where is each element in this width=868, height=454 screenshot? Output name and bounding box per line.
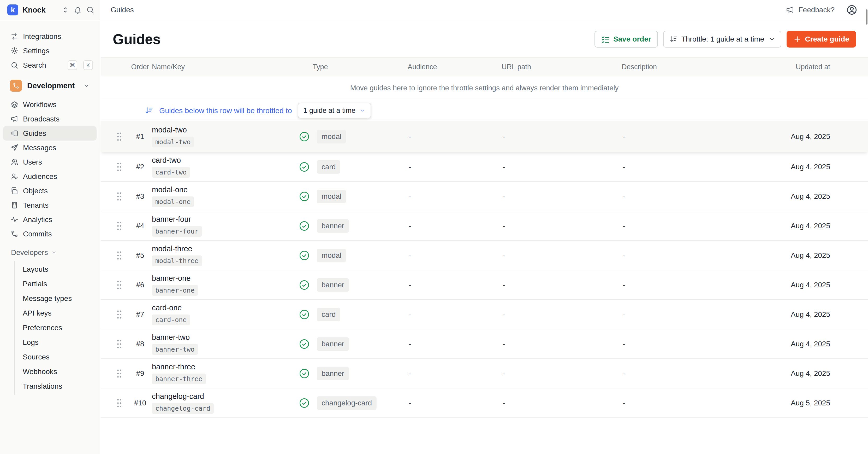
guide-type-cell: modal xyxy=(296,130,402,143)
sidebar-item[interactable]: Objects xyxy=(3,183,97,198)
guide-type-badge: banner xyxy=(317,367,349,380)
sidebar-item-label: Integrations xyxy=(23,32,61,41)
guide-name-cell: card-two card-two xyxy=(152,156,296,178)
guide-name[interactable]: modal-two xyxy=(152,126,187,134)
main-content: Guides Save order Throttle: 1 guide at a… xyxy=(101,21,868,454)
sidebar-item-search[interactable]: Search ⌘ K xyxy=(3,58,97,73)
search-icon[interactable] xyxy=(86,6,94,14)
guide-name[interactable]: changelog-card xyxy=(152,392,204,401)
guide-audience: - xyxy=(402,340,496,348)
breadcrumb[interactable]: Guides xyxy=(111,6,134,14)
guide-updated-at: Aug 4, 2025 xyxy=(737,281,868,289)
top-bar-right: Guides Feedback? xyxy=(100,0,868,20)
sidebar-subitem[interactable]: Layouts xyxy=(15,262,100,277)
guide-name[interactable]: card-one xyxy=(152,304,182,312)
drag-handle-icon[interactable] xyxy=(115,162,124,172)
environment-nav: Workflows Broadcasts Guides Messages Use… xyxy=(0,97,100,241)
guide-row[interactable]: #1 modal-two modal-two modal - - - Aug 4… xyxy=(101,121,868,152)
guide-row[interactable]: #8 banner-two banner-two banner - - - Au… xyxy=(101,330,868,359)
column-header-url-path: URL path xyxy=(496,63,616,71)
sidebar-item-settings[interactable]: Settings xyxy=(3,44,97,58)
checklist-icon xyxy=(601,35,610,44)
sidebar-item[interactable]: Messages xyxy=(3,141,97,155)
drag-handle-icon[interactable] xyxy=(115,309,124,320)
status-check-circle-icon xyxy=(299,161,310,173)
feedback-label: Feedback? xyxy=(798,6,835,14)
guide-key-badge: modal-one xyxy=(152,196,194,207)
drag-handle-icon[interactable] xyxy=(115,250,124,261)
drag-handle-icon[interactable] xyxy=(115,280,124,290)
drag-handle-icon[interactable] xyxy=(115,398,124,408)
guide-type-badge: modal xyxy=(317,130,346,143)
sidebar-item[interactable]: Audiences xyxy=(3,169,97,183)
column-header-name-key: Name/Key xyxy=(152,63,296,71)
environment-switcher[interactable]: Development xyxy=(3,78,97,94)
sidebar-subitem[interactable]: API keys xyxy=(15,306,100,320)
sidebar-item-label: Guides xyxy=(23,129,46,138)
scrollbar-thumb[interactable] xyxy=(866,9,867,25)
sidebar-subitem[interactable]: Translations xyxy=(15,379,100,394)
sidebar-item[interactable]: Tenants xyxy=(3,198,97,212)
sidebar-item[interactable]: Broadcasts xyxy=(3,112,97,126)
drag-handle-icon[interactable] xyxy=(115,132,124,142)
guide-name[interactable]: banner-three xyxy=(152,363,195,371)
developers-group-toggle[interactable]: Developers xyxy=(0,246,100,259)
guide-audience: - xyxy=(402,192,496,201)
guide-row[interactable]: #4 banner-four banner-four banner - - - … xyxy=(101,211,868,241)
guide-name[interactable]: banner-two xyxy=(152,333,190,342)
guide-row[interactable]: #7 card-one card-one card - - - Aug 4, 2… xyxy=(101,300,868,330)
guide-name[interactable]: card-two xyxy=(152,156,181,165)
guide-row[interactable]: #5 modal-three modal-three modal - - - A… xyxy=(101,241,868,271)
drag-handle-icon[interactable] xyxy=(115,191,124,202)
guide-row[interactable]: #3 modal-one modal-one modal - - - Aug 4… xyxy=(101,182,868,211)
sidebar-item-icon xyxy=(10,144,19,152)
sidebar-subitem[interactable]: Sources xyxy=(15,350,100,364)
sidebar-item[interactable]: Workflows xyxy=(3,97,97,112)
guide-name[interactable]: modal-three xyxy=(152,245,192,253)
create-guide-button[interactable]: Create guide xyxy=(786,31,856,48)
page-title: Guides xyxy=(113,31,160,48)
guide-type-badge: banner xyxy=(317,219,349,233)
sidebar-item-integrations[interactable]: Integrations xyxy=(3,29,97,44)
drag-handle-icon[interactable] xyxy=(115,368,124,379)
sidebar-item-icon xyxy=(10,230,19,238)
sidebar-item[interactable]: Users xyxy=(3,155,97,169)
sidebar-subitem[interactable]: Logs xyxy=(15,335,100,350)
drag-handle-icon[interactable] xyxy=(115,339,124,349)
guide-name[interactable]: banner-one xyxy=(152,274,190,283)
save-order-button[interactable]: Save order xyxy=(594,31,658,48)
drag-handle-icon[interactable] xyxy=(115,221,124,231)
user-avatar-icon[interactable] xyxy=(846,4,858,16)
workspace-switcher-icon[interactable] xyxy=(61,6,69,14)
knock-logo[interactable]: k xyxy=(7,4,18,16)
sidebar-subitem[interactable]: Partials xyxy=(15,277,100,291)
guide-updated-at: Aug 4, 2025 xyxy=(737,251,868,260)
sidebar-subitem[interactable]: Preferences xyxy=(15,320,100,335)
feedback-button[interactable]: Feedback? xyxy=(786,5,835,15)
table-header-row: Order Name/Key Type Audience URL path De… xyxy=(101,57,868,76)
guide-name[interactable]: modal-one xyxy=(152,186,188,194)
guide-name[interactable]: banner-four xyxy=(152,215,191,224)
guide-key-badge: card-two xyxy=(152,167,190,178)
sidebar-subitem[interactable]: Message types xyxy=(15,291,100,306)
guide-url-path: - xyxy=(496,281,616,289)
guide-row[interactable]: #9 banner-three banner-three banner - - … xyxy=(101,359,868,389)
sidebar-item[interactable]: Analytics xyxy=(3,212,97,227)
guide-type-cell: card xyxy=(296,160,402,174)
sidebar-item[interactable]: Commits xyxy=(3,227,97,241)
guide-order: #1 xyxy=(128,133,152,141)
sidebar-subitem[interactable]: Webhooks xyxy=(15,364,100,379)
notifications-bell-icon[interactable] xyxy=(73,6,82,14)
sidebar-item[interactable]: Guides xyxy=(3,126,97,141)
unthrottled-dropzone[interactable]: Move guides here to ignore the throttle … xyxy=(101,76,868,100)
sidebar-item-label: Objects xyxy=(23,187,48,195)
guide-row[interactable]: #10 changelog-card changelog-card change… xyxy=(101,389,868,418)
guide-type-badge: changelog-card xyxy=(317,396,377,410)
throttle-amount-select[interactable]: 1 guide at a time xyxy=(298,103,371,118)
guide-type-cell: modal xyxy=(296,190,402,203)
throttle-dropdown-button[interactable]: Throttle: 1 guide at a time xyxy=(663,31,782,48)
sidebar-item-label: Broadcasts xyxy=(23,115,60,123)
guide-row[interactable]: #6 banner-one banner-one banner - - - Au… xyxy=(101,271,868,300)
guide-row[interactable]: #2 card-two card-two card - - - Aug 4, 2… xyxy=(101,152,868,182)
column-header-updated-at: Updated at xyxy=(737,63,868,71)
